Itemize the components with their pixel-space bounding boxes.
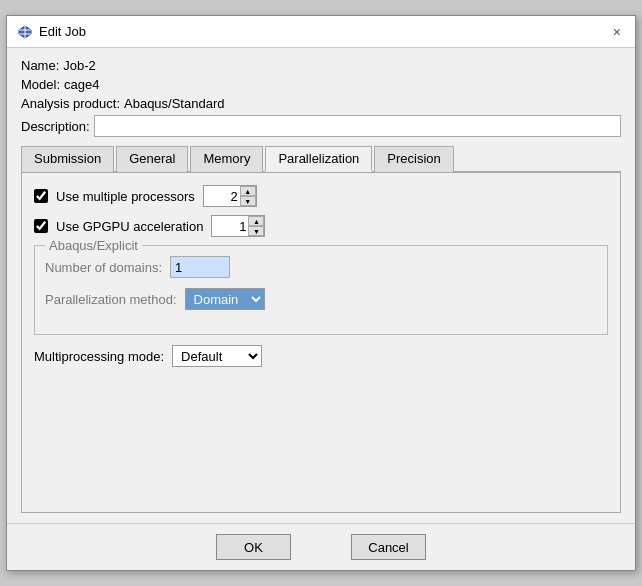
title-bar-left: Edit Job — [17, 24, 86, 40]
gpgpu-value-input[interactable] — [212, 216, 248, 236]
bottom-bar: OK Cancel — [7, 523, 635, 570]
tab-content-parallelization: Use multiple processors ▲ ▼ Use GPGPU ac… — [21, 173, 621, 513]
method-select[interactable]: Domain Loop — [185, 288, 265, 310]
processors-spinner-buttons: ▲ ▼ — [240, 186, 256, 206]
processors-value-input[interactable] — [204, 186, 240, 206]
use-gpgpu-checkbox[interactable] — [34, 219, 48, 233]
gpgpu-spinner-buttons: ▲ ▼ — [248, 216, 264, 236]
processors-decrement-button[interactable]: ▼ — [240, 196, 256, 206]
model-value: cage4 — [64, 77, 99, 92]
name-row: Name: Job-2 — [21, 58, 621, 73]
app-icon — [17, 24, 33, 40]
processors-spinner: ▲ ▼ — [203, 185, 257, 207]
use-gpgpu-label: Use GPGPU acceleration — [56, 219, 203, 234]
ok-button[interactable]: OK — [216, 534, 291, 560]
analysis-label: Analysis product: — [21, 96, 120, 111]
close-button[interactable]: × — [609, 23, 625, 41]
tab-submission[interactable]: Submission — [21, 146, 114, 172]
dialog-content: Name: Job-2 Model: cage4 Analysis produc… — [7, 48, 635, 523]
description-row: Description: — [21, 115, 621, 137]
domains-input[interactable] — [170, 256, 230, 278]
processors-increment-button[interactable]: ▲ — [240, 186, 256, 196]
name-value: Job-2 — [63, 58, 96, 73]
gpgpu-increment-button[interactable]: ▲ — [248, 216, 264, 226]
description-label: Description: — [21, 119, 90, 134]
analysis-value: Abaqus/Standard — [124, 96, 224, 111]
tab-general[interactable]: General — [116, 146, 188, 172]
title-bar: Edit Job × — [7, 16, 635, 48]
method-label: Parallelization method: — [45, 292, 177, 307]
model-row: Model: cage4 — [21, 77, 621, 92]
dialog-title: Edit Job — [39, 24, 86, 39]
abaqus-explicit-legend: Abaqus/Explicit — [45, 238, 142, 253]
use-multiple-processors-label: Use multiple processors — [56, 189, 195, 204]
multiprocessing-label: Multiprocessing mode: — [34, 349, 164, 364]
multiple-processors-row: Use multiple processors ▲ ▼ — [34, 185, 608, 207]
tab-precision[interactable]: Precision — [374, 146, 453, 172]
abaqus-explicit-group: Abaqus/Explicit Number of domains: Paral… — [34, 245, 608, 335]
analysis-row: Analysis product: Abaqus/Standard — [21, 96, 621, 111]
name-label: Name: — [21, 58, 59, 73]
multiprocessing-select[interactable]: Default Threads MPI — [172, 345, 262, 367]
gpgpu-spinner: ▲ ▼ — [211, 215, 265, 237]
tabs-bar: Submission General Memory Parallelizatio… — [21, 145, 621, 173]
tab-memory[interactable]: Memory — [190, 146, 263, 172]
tab-parallelization[interactable]: Parallelization — [265, 146, 372, 172]
gpgpu-row: Use GPGPU acceleration ▲ ▼ — [34, 215, 608, 237]
domains-label: Number of domains: — [45, 260, 162, 275]
model-label: Model: — [21, 77, 60, 92]
edit-job-dialog: Edit Job × Name: Job-2 Model: cage4 Anal… — [6, 15, 636, 571]
domains-row: Number of domains: — [45, 256, 597, 278]
spacer — [34, 367, 608, 447]
method-row: Parallelization method: Domain Loop — [45, 288, 597, 310]
description-input[interactable] — [94, 115, 621, 137]
use-multiple-processors-checkbox[interactable] — [34, 189, 48, 203]
cancel-button[interactable]: Cancel — [351, 534, 426, 560]
gpgpu-decrement-button[interactable]: ▼ — [248, 226, 264, 236]
multiprocessing-row: Multiprocessing mode: Default Threads MP… — [34, 345, 608, 367]
